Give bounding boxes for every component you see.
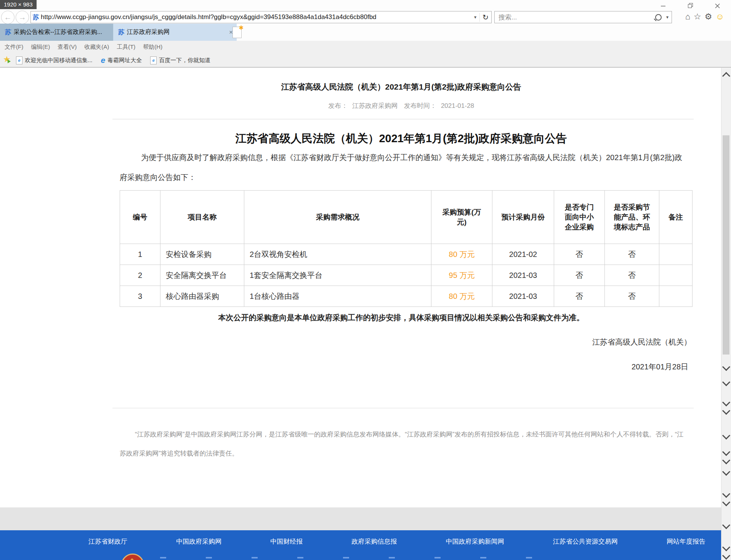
favorites-bar: ★ e欢迎光临中国移动通信集...e毒霸网址大全e百度一下，你就知道 bbox=[0, 53, 731, 67]
cell-month: 2021-02 bbox=[492, 244, 554, 265]
vertical-scrollbar[interactable] bbox=[721, 68, 731, 560]
search-icon[interactable] bbox=[655, 14, 662, 21]
cell-green: 否 bbox=[605, 265, 659, 286]
search-dropdown-icon[interactable]: ▾ bbox=[663, 14, 672, 20]
cell-summary: 1套安全隔离交换平台 bbox=[244, 265, 431, 286]
menu-item[interactable]: 查看(V) bbox=[58, 43, 77, 51]
cell-summary: 1台核心路由器 bbox=[244, 286, 431, 307]
scroll-down-icon[interactable] bbox=[722, 543, 730, 551]
scroll-down-icon[interactable] bbox=[722, 407, 730, 415]
favorite-label: 百度一下，你就知道 bbox=[159, 57, 210, 64]
menu-bar: 文件(F)编辑(E)查看(V)收藏夹(A)工具(T)帮助(H) bbox=[0, 41, 731, 53]
add-favorite-icon[interactable]: ★ bbox=[3, 56, 12, 65]
footer-link[interactable]: 中国财经报 bbox=[270, 537, 303, 546]
menu-item[interactable]: 收藏夹(A) bbox=[84, 43, 109, 51]
scroll-down-icon[interactable] bbox=[722, 498, 730, 506]
favorite-item[interactable]: e欢迎光临中国移动通信集... bbox=[16, 56, 93, 64]
cell-remark bbox=[659, 286, 693, 307]
cell-budget: 80 万元 bbox=[431, 286, 492, 307]
disclaimer-text: “江苏政府采购网”是中国政府采购网江苏分网，是江苏省级唯一的政府采购信息发布网络… bbox=[120, 425, 684, 463]
search-input[interactable]: 搜索... bbox=[495, 13, 655, 22]
footer-link[interactable]: 政府采购信息报 bbox=[351, 537, 397, 546]
cell-project-name: 安检设备采购 bbox=[160, 244, 244, 265]
page-content: 江苏省高级人民法院（机关）2021年第1月(第2批)政府采购意向公告 发布：江苏… bbox=[0, 68, 731, 560]
home-icon[interactable]: ⌂ bbox=[685, 11, 690, 22]
restore-icon[interactable] bbox=[685, 2, 696, 10]
scroll-down-icon[interactable] bbox=[722, 521, 730, 529]
cell-budget: 95 万元 bbox=[431, 265, 492, 286]
scroll-down-icon[interactable] bbox=[722, 432, 730, 440]
tab-jiangsu-gov-procurement[interactable]: 苏 江苏政府采购网 × bbox=[113, 24, 237, 41]
page-background-band bbox=[0, 507, 721, 530]
menu-item[interactable]: 编辑(E) bbox=[31, 43, 50, 51]
close-icon[interactable] bbox=[712, 2, 723, 10]
new-tab-star-icon: ✱ bbox=[239, 24, 244, 31]
scroll-down-icon[interactable] bbox=[722, 378, 730, 386]
new-tab-button[interactable]: ✱ bbox=[232, 27, 242, 38]
favorite-item[interactable]: e毒霸网址大全 bbox=[101, 56, 142, 65]
scroll-down-icon[interactable] bbox=[722, 552, 730, 560]
column-header: 采购预算(万元) bbox=[431, 191, 492, 244]
footer-secondary-row bbox=[160, 557, 564, 558]
tab-title: 江苏政府采购网 bbox=[127, 28, 226, 36]
intro-paragraph: 为便于供应商及时了解政府采购信息，根据《江苏省财政厅关于做好意向公开工作的通知》… bbox=[120, 148, 690, 187]
feedback-smiley-icon[interactable]: ☺ bbox=[716, 11, 724, 22]
cell-remark bbox=[659, 244, 693, 265]
publisher-label: 发布： bbox=[328, 102, 348, 109]
table-row: 2 安全隔离交换平台 1套安全隔离交换平台 95 万元 2021-03 否 否 bbox=[120, 265, 693, 286]
cell-no: 2 bbox=[120, 265, 160, 286]
publish-time-label: 发布时间： bbox=[404, 102, 436, 109]
browser-quick-icons: ⌂ ☆ ⚙ ☺ bbox=[685, 11, 724, 22]
favorites-icon[interactable]: ☆ bbox=[694, 11, 701, 22]
menu-item[interactable]: 工具(T) bbox=[117, 43, 135, 51]
minimize-icon[interactable] bbox=[657, 2, 669, 10]
scroll-down-icon[interactable] bbox=[722, 448, 730, 456]
menu-item[interactable]: 帮助(H) bbox=[143, 43, 162, 51]
scroll-down-icon[interactable] bbox=[722, 363, 730, 371]
search-box[interactable]: 搜索... ▾ bbox=[494, 11, 672, 23]
scroll-down-icon[interactable] bbox=[722, 468, 730, 476]
back-button[interactable]: ← bbox=[1, 11, 14, 24]
forward-button[interactable]: → bbox=[16, 11, 29, 24]
scroll-down-icon[interactable] bbox=[722, 490, 730, 498]
cell-summary: 2台双视角安检机 bbox=[244, 244, 431, 265]
column-header: 是否采购节能产品、环境标志产品 bbox=[605, 191, 659, 244]
scroll-down-icon[interactable] bbox=[722, 398, 730, 406]
table-header-row: 编号项目名称采购需求概况采购预算(万元)预计采购月份是否专门面向中小企业采购是否… bbox=[120, 191, 693, 244]
footer-link[interactable]: 网站年度报告 bbox=[667, 537, 705, 546]
footer-link[interactable]: 江苏省公共资源交易网 bbox=[553, 537, 618, 546]
menu-item[interactable]: 文件(F) bbox=[5, 43, 23, 51]
address-bar[interactable]: 苏 http://www.ccgp-jiangsu.gov.cn/jiangsu… bbox=[30, 11, 492, 23]
webpage-icon: e bbox=[150, 56, 157, 64]
tab-procurement-search[interactable]: 苏 采购公告检索--江苏省政府采购... bbox=[0, 24, 121, 41]
announcement-card: 江苏省高级人民法院（机关）2021年第1月(第2批)政府采购意向公告 发布：江苏… bbox=[85, 68, 717, 507]
favorite-item[interactable]: e百度一下，你就知道 bbox=[150, 56, 210, 64]
announcement-heading: 江苏省高级人民法院（机关）2021年第1月(第2批)政府采购意向公告 bbox=[85, 131, 717, 146]
footer-link[interactable]: 中国政府采购新闻网 bbox=[446, 537, 504, 546]
refresh-icon[interactable]: ↻ bbox=[479, 13, 491, 22]
browser-window: 1920 × 983 ← → 苏 http://www.ccgp-jiangsu… bbox=[0, 0, 731, 560]
footer-links: 江苏省财政厅中国政府采购网中国财经报政府采购信息报中国政府采购新闻网江苏省公共资… bbox=[88, 537, 705, 546]
footer-link[interactable]: 中国政府采购网 bbox=[176, 537, 221, 546]
column-header: 备注 bbox=[659, 191, 693, 244]
cell-green: 否 bbox=[605, 244, 659, 265]
page-title: 江苏省高级人民法院（机关）2021年第1月(第2批)政府采购意向公告 bbox=[85, 82, 717, 92]
favorite-label: 欢迎光临中国移动通信集... bbox=[25, 57, 93, 64]
announcement-date: 2021年01月28日 bbox=[632, 362, 688, 372]
procurement-table-body: 1 安检设备采购 2台双视角安检机 80 万元 2021-02 否 否 2 安全… bbox=[120, 244, 693, 307]
tab-favicon: 苏 bbox=[117, 28, 125, 37]
address-dropdown-icon[interactable]: ▾ bbox=[471, 14, 479, 20]
cell-project-name: 核心路由器采购 bbox=[160, 286, 244, 307]
cell-sme: 否 bbox=[554, 244, 605, 265]
scroll-up-icon[interactable] bbox=[722, 72, 730, 80]
tab-close-icon[interactable]: × bbox=[226, 29, 233, 36]
publish-time: 2021-01-28 bbox=[441, 102, 474, 109]
url-text[interactable]: http://www.ccgp-jiangsu.gov.cn/jiangsu/j… bbox=[41, 13, 471, 21]
navigation-bar: ← → 苏 http://www.ccgp-jiangsu.gov.cn/jia… bbox=[0, 11, 731, 24]
scroll-down-icon[interactable] bbox=[722, 456, 730, 464]
footer-link[interactable]: 江苏省财政厅 bbox=[88, 537, 127, 546]
procurement-table: 编号项目名称采购需求概况采购预算(万元)预计采购月份是否专门面向中小企业采购是否… bbox=[120, 190, 693, 307]
settings-gear-icon[interactable]: ⚙ bbox=[705, 11, 712, 22]
signature: 江苏省高级人民法院（机关） bbox=[592, 337, 691, 347]
scrollbar-thumb[interactable] bbox=[723, 135, 729, 355]
